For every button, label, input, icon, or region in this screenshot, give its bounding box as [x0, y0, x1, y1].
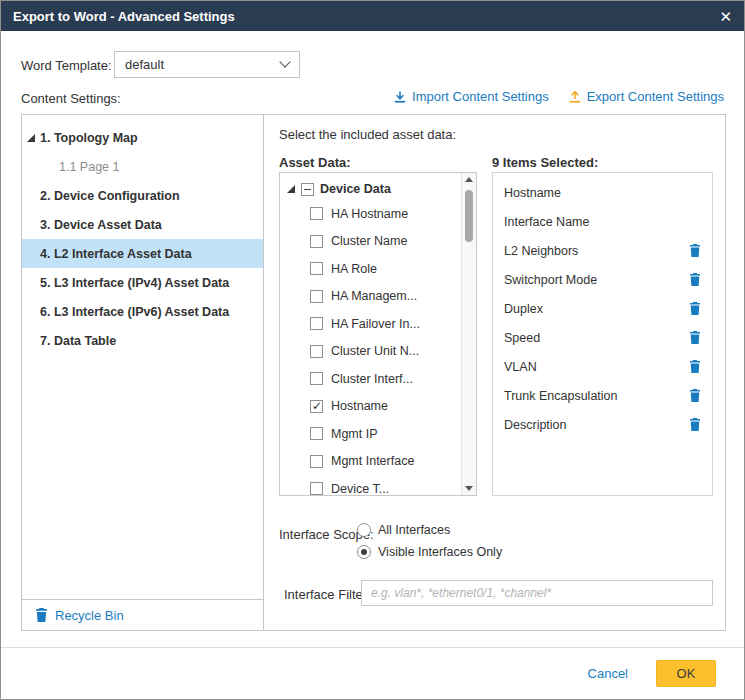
selected-item-label: Speed [504, 331, 540, 345]
asset-checkbox-row[interactable]: Device T... [280, 475, 476, 496]
checkbox-icon[interactable] [310, 400, 323, 413]
tree-item-label: 4. L2 Interface Asset Data [40, 247, 192, 261]
word-template-select[interactable]: default [114, 51, 300, 78]
cancel-button[interactable]: Cancel [588, 666, 628, 681]
selected-item-row: Description [493, 410, 712, 439]
import-download-icon [394, 91, 406, 103]
scroll-down-arrow-icon[interactable] [462, 481, 476, 495]
export-upload-icon [569, 91, 581, 103]
asset-checkbox-row[interactable]: Hostname [280, 393, 476, 421]
items-selected-column-label: 9 Items Selected: [492, 155, 598, 170]
export-to-word-dialog: Export to Word - Advanced Settings ✕ Wor… [0, 0, 745, 700]
recycle-bin-label: Recycle Bin [55, 608, 124, 623]
expand-triangle-icon[interactable] [287, 185, 295, 193]
selected-item-row: Interface Name [493, 207, 712, 236]
trash-icon[interactable] [689, 273, 701, 286]
expand-triangle-icon[interactable] [27, 134, 35, 142]
checkbox-icon[interactable] [310, 372, 323, 385]
close-icon[interactable]: ✕ [719, 9, 732, 24]
tree-item-device-configuration[interactable]: 2. Device Configuration [22, 181, 263, 210]
asset-checkbox-row[interactable]: Cluster Interf... [280, 365, 476, 393]
selected-item-row: Trunk Encapsulation [493, 381, 712, 410]
selected-item-row: Switchport Mode [493, 265, 712, 294]
checkbox-label: Mgmt Interface [331, 454, 414, 468]
checkbox-label: Mgmt IP [331, 427, 378, 441]
settings-panels: 1. Topology Map 1.1 Page 1 2. Device Con… [21, 114, 726, 631]
checkbox-icon[interactable] [310, 262, 323, 275]
tree-item-l2-interface-asset-data[interactable]: 4. L2 Interface Asset Data [22, 239, 263, 268]
trash-icon[interactable] [689, 302, 701, 315]
export-content-settings-link[interactable]: Export Content Settings [569, 89, 724, 104]
device-data-group-row[interactable]: Device Data [280, 173, 476, 200]
asset-checkbox-row[interactable]: HA Failover In... [280, 310, 476, 338]
tree-item-l3-ipv4-asset-data[interactable]: 5. L3 Interface (IPv4) Asset Data [22, 268, 263, 297]
asset-list-scrollbar[interactable] [461, 173, 476, 495]
import-content-settings-link[interactable]: Import Content Settings [394, 89, 549, 104]
radio-label: Visible Interfaces Only [378, 545, 502, 559]
interface-filter-input[interactable] [361, 580, 713, 606]
checkbox-label: HA Role [331, 262, 377, 276]
checkbox-icon[interactable] [310, 482, 323, 495]
dialog-title: Export to Word - Advanced Settings [13, 9, 235, 24]
checkbox-label: Cluster Interf... [331, 372, 413, 386]
checkbox-icon[interactable] [310, 455, 323, 468]
trash-icon[interactable] [689, 360, 701, 373]
selected-items-list: Hostname Interface Name L2 Neighbors Swi… [492, 172, 713, 496]
checkbox-label: HA Managem... [331, 289, 417, 303]
radio-icon[interactable] [357, 523, 371, 537]
radio-all-interfaces[interactable]: All Interfaces [357, 523, 450, 537]
selected-item-row: Hostname [493, 178, 712, 207]
asset-checkbox-row[interactable]: Cluster Unit N... [280, 338, 476, 366]
checkbox-label: HA Hostname [331, 207, 408, 221]
trash-icon[interactable] [689, 389, 701, 402]
chevron-down-icon [279, 56, 290, 67]
trash-icon[interactable] [689, 418, 701, 431]
asset-checkbox-row[interactable]: Cluster Name [280, 228, 476, 256]
interface-filter-label: Interface Filter: [284, 587, 371, 602]
tree-item-label: 1. Topology Map [40, 131, 138, 145]
selected-item-label: Duplex [504, 302, 543, 316]
tree-item-page-1[interactable]: 1.1 Page 1 [22, 152, 263, 181]
content-tree-panel: 1. Topology Map 1.1 Page 1 2. Device Con… [22, 115, 264, 630]
tree-item-label: 6. L3 Interface (IPv6) Asset Data [40, 305, 229, 319]
selected-item-label: VLAN [504, 360, 537, 374]
radio-visible-interfaces-only[interactable]: Visible Interfaces Only [357, 545, 502, 559]
selected-item-label: Description [504, 418, 567, 432]
checkbox-icon[interactable] [310, 317, 323, 330]
asset-panel-heading: Select the included asset data: [279, 127, 456, 142]
checkbox-label: Cluster Name [331, 234, 407, 248]
checkbox-icon[interactable] [310, 427, 323, 440]
checkbox-icon[interactable] [310, 345, 323, 358]
asset-checkbox-row[interactable]: Mgmt Interface [280, 448, 476, 476]
tree-item-topology-map[interactable]: 1. Topology Map [22, 123, 263, 152]
content-settings-label: Content Settings: [21, 91, 121, 106]
checkbox-icon[interactable] [310, 290, 323, 303]
content-tree: 1. Topology Map 1.1 Page 1 2. Device Con… [22, 115, 263, 355]
checkbox-icon[interactable] [310, 207, 323, 220]
radio-label: All Interfaces [378, 523, 450, 537]
tree-item-data-table[interactable]: 7. Data Table [22, 326, 263, 355]
selected-item-label: Hostname [504, 186, 561, 200]
scrollbar-thumb[interactable] [465, 190, 473, 242]
content-settings-links: Import Content Settings Export Content S… [394, 89, 724, 104]
asset-checkbox-row[interactable]: Mgmt IP [280, 420, 476, 448]
selected-item-label: Interface Name [504, 215, 589, 229]
tree-item-l3-ipv6-asset-data[interactable]: 6. L3 Interface (IPv6) Asset Data [22, 297, 263, 326]
radio-icon[interactable] [357, 545, 371, 559]
checkbox-icon[interactable] [310, 235, 323, 248]
selected-item-row: Speed [493, 323, 712, 352]
collapse-minus-icon[interactable] [301, 183, 314, 196]
tree-item-label: 7. Data Table [40, 334, 116, 348]
selected-item-row: L2 Neighbors [493, 236, 712, 265]
trash-icon[interactable] [689, 244, 701, 257]
tree-item-device-asset-data[interactable]: 3. Device Asset Data [22, 210, 263, 239]
asset-checkbox-row[interactable]: HA Role [280, 255, 476, 283]
recycle-bin-button[interactable]: Recycle Bin [22, 599, 263, 630]
asset-checkbox-row[interactable]: HA Hostname [280, 200, 476, 228]
selected-item-label: L2 Neighbors [504, 244, 578, 258]
ok-button[interactable]: OK [656, 660, 716, 687]
scroll-up-arrow-icon[interactable] [462, 173, 476, 187]
trash-icon[interactable] [689, 331, 701, 344]
asset-checkbox-row[interactable]: HA Managem... [280, 283, 476, 311]
trash-icon [35, 608, 48, 622]
